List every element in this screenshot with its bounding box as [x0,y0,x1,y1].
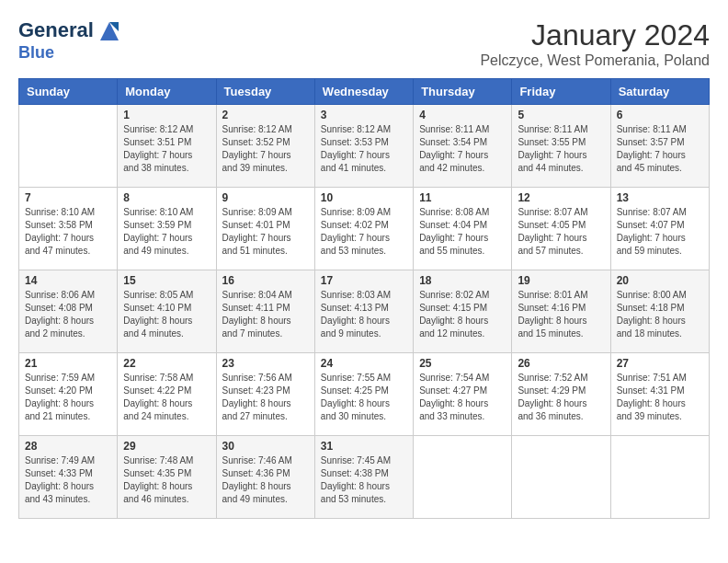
day-info: Sunrise: 8:11 AM Sunset: 3:55 PM Dayligh… [518,123,604,175]
calendar-cell [414,436,512,519]
day-info: Sunrise: 8:11 AM Sunset: 3:54 PM Dayligh… [419,123,506,175]
day-number: 7 [25,191,111,204]
day-number: 30 [222,440,309,453]
day-info: Sunrise: 8:10 AM Sunset: 3:58 PM Dayligh… [25,206,111,258]
day-info: Sunrise: 8:12 AM Sunset: 3:52 PM Dayligh… [222,123,309,175]
calendar-cell: 16Sunrise: 8:04 AM Sunset: 4:11 PM Dayli… [216,270,314,353]
title-block: January 2024 Pelczyce, West Pomerania, P… [480,18,710,69]
day-info: Sunrise: 8:11 AM Sunset: 3:57 PM Dayligh… [617,123,703,175]
day-info: Sunrise: 8:09 AM Sunset: 4:01 PM Dayligh… [222,206,309,258]
day-number: 19 [518,274,604,287]
day-number: 27 [617,357,703,370]
location-title: Pelczyce, West Pomerania, Poland [480,52,710,69]
calendar-cell [512,436,610,519]
calendar-cell: 4Sunrise: 8:11 AM Sunset: 3:54 PM Daylig… [414,105,512,188]
calendar-cell: 27Sunrise: 7:51 AM Sunset: 4:31 PM Dayli… [610,353,709,436]
calendar-cell: 1Sunrise: 8:12 AM Sunset: 3:51 PM Daylig… [118,105,216,188]
day-number: 18 [419,274,506,287]
calendar-cell: 25Sunrise: 7:54 AM Sunset: 4:27 PM Dayli… [414,353,512,436]
calendar-cell: 18Sunrise: 8:02 AM Sunset: 4:15 PM Dayli… [414,270,512,353]
calendar-cell: 10Sunrise: 8:09 AM Sunset: 4:02 PM Dayli… [314,188,413,270]
day-info: Sunrise: 7:48 AM Sunset: 4:35 PM Dayligh… [123,454,210,506]
calendar-cell: 14Sunrise: 8:06 AM Sunset: 4:08 PM Dayli… [19,270,118,353]
calendar-cell: 29Sunrise: 7:48 AM Sunset: 4:35 PM Dayli… [118,436,216,519]
calendar-cell: 17Sunrise: 8:03 AM Sunset: 4:13 PM Dayli… [314,270,413,353]
month-title: January 2024 [480,18,710,52]
day-info: Sunrise: 8:04 AM Sunset: 4:11 PM Dayligh… [222,289,309,340]
day-number: 20 [617,274,703,287]
day-number: 21 [25,357,111,370]
day-info: Sunrise: 8:07 AM Sunset: 4:05 PM Dayligh… [518,206,604,258]
weekday-header-wednesday: Wednesday [314,79,413,105]
day-number: 11 [419,191,506,204]
calendar-cell: 30Sunrise: 7:46 AM Sunset: 4:36 PM Dayli… [216,436,314,519]
day-number: 13 [617,191,703,204]
calendar-week-row: 14Sunrise: 8:06 AM Sunset: 4:08 PM Dayli… [19,270,710,353]
day-number: 14 [25,274,111,287]
day-info: Sunrise: 7:51 AM Sunset: 4:31 PM Dayligh… [617,372,703,423]
weekday-header-tuesday: Tuesday [216,79,314,105]
calendar-header-row: SundayMondayTuesdayWednesdayThursdayFrid… [19,79,710,105]
day-info: Sunrise: 8:03 AM Sunset: 4:13 PM Dayligh… [321,289,407,340]
day-number: 4 [419,109,506,121]
calendar-cell: 6Sunrise: 8:11 AM Sunset: 3:57 PM Daylig… [610,105,709,188]
day-info: Sunrise: 7:45 AM Sunset: 4:38 PM Dayligh… [321,454,407,506]
calendar-cell: 11Sunrise: 8:08 AM Sunset: 4:04 PM Dayli… [414,188,512,270]
day-info: Sunrise: 8:12 AM Sunset: 3:51 PM Dayligh… [123,123,210,175]
weekday-header-sunday: Sunday [19,79,118,105]
day-number: 6 [617,109,703,121]
day-number: 24 [321,357,407,370]
day-number: 3 [321,109,407,121]
calendar-cell: 31Sunrise: 7:45 AM Sunset: 4:38 PM Dayli… [314,436,413,519]
day-number: 17 [321,274,407,287]
day-number: 1 [123,109,210,121]
logo: General Blue [18,18,122,63]
calendar-cell [610,436,709,519]
day-number: 10 [321,191,407,204]
day-number: 22 [123,357,210,370]
calendar-cell: 8Sunrise: 8:10 AM Sunset: 3:59 PM Daylig… [118,188,216,270]
calendar-cell: 9Sunrise: 8:09 AM Sunset: 4:01 PM Daylig… [216,188,314,270]
day-number: 12 [518,191,604,204]
day-number: 8 [123,191,210,204]
weekday-header-monday: Monday [118,79,216,105]
calendar-cell: 15Sunrise: 8:05 AM Sunset: 4:10 PM Dayli… [118,270,216,353]
calendar-cell: 21Sunrise: 7:59 AM Sunset: 4:20 PM Dayli… [19,353,118,436]
day-number: 16 [222,274,309,287]
day-number: 23 [222,357,309,370]
day-info: Sunrise: 8:07 AM Sunset: 4:07 PM Dayligh… [617,206,703,258]
calendar-cell: 22Sunrise: 7:58 AM Sunset: 4:22 PM Dayli… [118,353,216,436]
day-info: Sunrise: 8:00 AM Sunset: 4:18 PM Dayligh… [617,289,703,340]
calendar-cell: 19Sunrise: 8:01 AM Sunset: 4:16 PM Dayli… [512,270,610,353]
day-info: Sunrise: 8:01 AM Sunset: 4:16 PM Dayligh… [518,289,604,340]
day-info: Sunrise: 7:56 AM Sunset: 4:23 PM Dayligh… [222,372,309,423]
calendar-cell: 23Sunrise: 7:56 AM Sunset: 4:23 PM Dayli… [216,353,314,436]
calendar-cell: 5Sunrise: 8:11 AM Sunset: 3:55 PM Daylig… [512,105,610,188]
day-info: Sunrise: 8:05 AM Sunset: 4:10 PM Dayligh… [123,289,210,340]
calendar-week-row: 28Sunrise: 7:49 AM Sunset: 4:33 PM Dayli… [19,436,710,519]
day-number: 31 [321,440,407,453]
calendar-table: SundayMondayTuesdayWednesdayThursdayFrid… [18,78,710,519]
day-info: Sunrise: 8:06 AM Sunset: 4:08 PM Dayligh… [25,289,111,340]
calendar-cell: 12Sunrise: 8:07 AM Sunset: 4:05 PM Dayli… [512,188,610,270]
day-number: 15 [123,274,210,287]
calendar-cell: 28Sunrise: 7:49 AM Sunset: 4:33 PM Dayli… [19,436,118,519]
calendar-week-row: 1Sunrise: 8:12 AM Sunset: 3:51 PM Daylig… [19,105,710,188]
day-number: 28 [25,440,111,453]
page-header: General Blue January 2024 Pelczyce, West… [18,18,710,69]
calendar-cell: 3Sunrise: 8:12 AM Sunset: 3:53 PM Daylig… [314,105,413,188]
day-info: Sunrise: 7:55 AM Sunset: 4:25 PM Dayligh… [321,372,407,423]
day-number: 9 [222,191,309,204]
day-info: Sunrise: 7:58 AM Sunset: 4:22 PM Dayligh… [123,372,210,423]
calendar-cell: 2Sunrise: 8:12 AM Sunset: 3:52 PM Daylig… [216,105,314,188]
day-number: 26 [518,357,604,370]
calendar-cell [19,105,118,188]
day-number: 25 [419,357,506,370]
weekday-header-friday: Friday [512,79,610,105]
day-number: 29 [123,440,210,453]
day-info: Sunrise: 8:09 AM Sunset: 4:02 PM Dayligh… [321,206,407,258]
day-number: 2 [222,109,309,121]
day-info: Sunrise: 8:10 AM Sunset: 3:59 PM Dayligh… [123,206,210,258]
day-info: Sunrise: 7:54 AM Sunset: 4:27 PM Dayligh… [419,372,506,423]
day-info: Sunrise: 8:08 AM Sunset: 4:04 PM Dayligh… [419,206,506,258]
